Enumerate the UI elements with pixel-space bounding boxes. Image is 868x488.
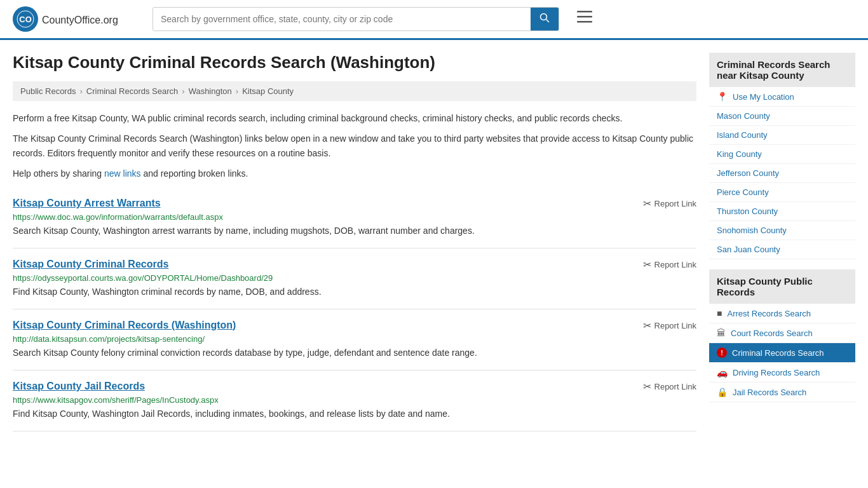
sidebar-county-3[interactable]: Jefferson County bbox=[709, 164, 855, 183]
sidebar-arrest-records[interactable]: ■ Arrest Records Search bbox=[709, 304, 855, 323]
jail-records-icon: 🔒 bbox=[717, 387, 728, 397]
sidebar-public-records-header: Kitsap County Public Records bbox=[709, 269, 855, 304]
sidebar-nearby-header: Criminal Records Search near Kitsap Coun… bbox=[709, 53, 855, 87]
result-url-3: http://data.kitsapsun.com/projects/kitsa… bbox=[13, 334, 696, 344]
svg-line-3 bbox=[546, 20, 550, 23]
svg-point-2 bbox=[541, 14, 547, 20]
driving-records-icon: 🚗 bbox=[717, 367, 728, 377]
svg-text:CO: CO bbox=[19, 15, 32, 24]
results-list: Kitsap County Arrest Warrants ✂ Report L… bbox=[13, 187, 696, 431]
sidebar-county-4[interactable]: Pierce County bbox=[709, 183, 855, 202]
report-icon-4: ✂ bbox=[643, 381, 651, 393]
criminal-records-icon: ! bbox=[717, 348, 727, 358]
breadcrumb-kitsap[interactable]: Kitsap County bbox=[242, 86, 294, 96]
logo-icon: CO bbox=[13, 6, 38, 32]
sidebar-public-records-section: Kitsap County Public Records ■ Arrest Re… bbox=[709, 269, 855, 402]
court-records-icon: 🏛 bbox=[717, 328, 726, 338]
result-card-1: Kitsap County Arrest Warrants ✂ Report L… bbox=[13, 187, 696, 248]
report-link-1[interactable]: ✂ Report Link bbox=[643, 198, 696, 210]
main-container: Kitsap County Criminal Records Search (W… bbox=[0, 40, 868, 431]
sidebar-county-2[interactable]: King County bbox=[709, 145, 855, 164]
new-links-link[interactable]: new links bbox=[104, 168, 141, 179]
search-button[interactable] bbox=[531, 8, 559, 30]
report-icon-3: ✂ bbox=[643, 320, 651, 332]
page-header: CO CountyOffice.org bbox=[0, 0, 868, 40]
sidebar-nearby-section: Criminal Records Search near Kitsap Coun… bbox=[709, 53, 855, 259]
sidebar-county-0[interactable]: Mason County bbox=[709, 107, 855, 126]
sidebar-county-5[interactable]: Thurston County bbox=[709, 202, 855, 221]
sidebar-use-my-location[interactable]: 📍 Use My Location bbox=[709, 87, 855, 107]
location-icon: 📍 bbox=[717, 92, 728, 102]
result-card-4: Kitsap County Jail Records ✂ Report Link… bbox=[13, 370, 696, 431]
result-desc-4: Find Kitsap County, Washington Jail Reco… bbox=[13, 407, 696, 421]
result-card-2: Kitsap County Criminal Records ✂ Report … bbox=[13, 248, 696, 309]
breadcrumb: Public Records › Criminal Records Search… bbox=[13, 81, 696, 101]
breadcrumb-criminal-records[interactable]: Criminal Records Search bbox=[86, 86, 179, 96]
result-url-2: https://odysseyportal.courts.wa.gov/ODYP… bbox=[13, 273, 696, 283]
main-content: Kitsap County Criminal Records Search (W… bbox=[13, 53, 696, 431]
logo-text: CountyOffice.org bbox=[42, 12, 118, 27]
report-link-3[interactable]: ✂ Report Link bbox=[643, 320, 696, 332]
report-icon-1: ✂ bbox=[643, 198, 651, 210]
report-link-4[interactable]: ✂ Report Link bbox=[643, 381, 696, 393]
result-url-1: https://www.doc.wa.gov/information/warra… bbox=[13, 212, 696, 222]
description-2: The Kitsap County Criminal Records Searc… bbox=[13, 132, 696, 160]
result-title-1[interactable]: Kitsap County Arrest Warrants bbox=[13, 198, 161, 209]
result-title-2[interactable]: Kitsap County Criminal Records bbox=[13, 259, 168, 270]
logo[interactable]: CO CountyOffice.org bbox=[13, 6, 140, 32]
result-desc-3: Search Kitsap County felony criminal con… bbox=[13, 346, 696, 360]
svg-rect-5 bbox=[577, 16, 592, 18]
sidebar-county-1[interactable]: Island County bbox=[709, 126, 855, 145]
result-title-3[interactable]: Kitsap County Criminal Records (Washingt… bbox=[13, 320, 236, 331]
breadcrumb-public-records[interactable]: Public Records bbox=[20, 86, 76, 96]
description-3: Help others by sharing new links and rep… bbox=[13, 166, 696, 180]
result-desc-2: Find Kitsap County, Washington criminal … bbox=[13, 285, 696, 299]
sidebar-county-7[interactable]: San Juan County bbox=[709, 240, 855, 259]
search-input[interactable] bbox=[153, 8, 531, 30]
result-url-4: https://www.kitsapgov.com/sheriff/Pages/… bbox=[13, 395, 696, 405]
sidebar-jail-records[interactable]: 🔒 Jail Records Search bbox=[709, 383, 855, 402]
search-bar bbox=[153, 7, 559, 31]
result-title-4[interactable]: Kitsap County Jail Records bbox=[13, 381, 145, 392]
breadcrumb-washington[interactable]: Washington bbox=[189, 86, 232, 96]
arrest-records-icon: ■ bbox=[717, 308, 722, 318]
svg-rect-6 bbox=[577, 21, 592, 23]
sidebar-driving-records[interactable]: 🚗 Driving Records Search bbox=[709, 363, 855, 383]
menu-button[interactable] bbox=[572, 8, 597, 30]
report-icon-2: ✂ bbox=[643, 259, 651, 271]
sidebar-criminal-records[interactable]: ! Criminal Records Search bbox=[709, 343, 855, 363]
sidebar-court-records[interactable]: 🏛 Court Records Search bbox=[709, 323, 855, 343]
report-link-2[interactable]: ✂ Report Link bbox=[643, 259, 696, 271]
svg-rect-4 bbox=[577, 11, 592, 13]
result-desc-1: Search Kitsap County, Washington arrest … bbox=[13, 224, 696, 238]
page-title: Kitsap County Criminal Records Search (W… bbox=[13, 53, 696, 72]
description-1: Perform a free Kitsap County, WA public … bbox=[13, 111, 696, 125]
sidebar-county-6[interactable]: Snohomish County bbox=[709, 221, 855, 240]
result-card-3: Kitsap County Criminal Records (Washingt… bbox=[13, 309, 696, 370]
sidebar: Criminal Records Search near Kitsap Coun… bbox=[709, 53, 855, 431]
